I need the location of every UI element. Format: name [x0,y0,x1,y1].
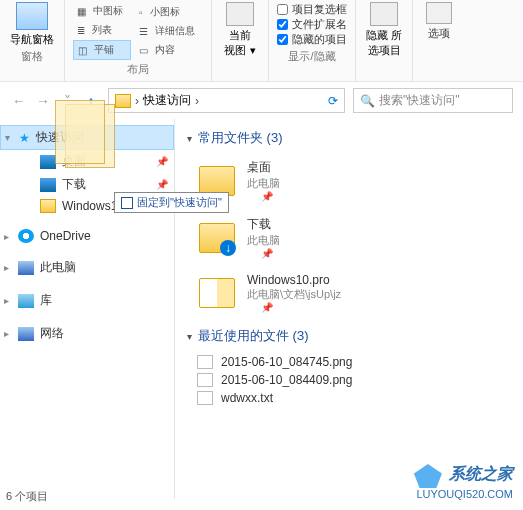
section-frequent-folders[interactable]: 常用文件夹 (3) [187,129,511,147]
refresh-button[interactable]: ⟳ [328,94,338,108]
desktop-icon [40,155,56,169]
pin-link-icon [121,197,133,209]
breadcrumb-root[interactable]: 快速访问 [143,92,191,109]
ribbon-group-hide-selected: 隐藏 所选项目 [356,0,413,81]
pc-icon [18,261,34,275]
downloads-icon [40,178,56,192]
status-bar: 6 个项目 [6,489,48,504]
breadcrumb-folder-icon [115,94,131,108]
nav-history-button[interactable]: ˅ [58,92,76,110]
hide-selected-icon [370,2,398,26]
nav-pane-button[interactable]: 导航窗格 [8,2,56,47]
chevron-right-icon: ▸ [4,295,9,306]
folder-item-desktop[interactable]: 桌面 此电脑 📌 [187,155,511,212]
nav-pane-icon [16,2,48,30]
search-placeholder: 搜索"快速访问" [379,92,460,109]
check-hidden-items[interactable]: 隐藏的项目 [277,32,347,47]
sidebar-item-onedrive[interactable]: ▸ OneDrive [0,226,174,246]
layout-list[interactable]: ≣ 列表 [73,21,131,39]
folder-icon [199,166,235,196]
breadcrumb[interactable]: › 快速访问 › ⟳ [108,88,345,113]
nav-pane-label: 导航窗格 [10,33,54,45]
current-view-icon [226,2,254,26]
check-item-checkboxes[interactable]: 项目复选框 [277,2,347,17]
options-button[interactable]: 选项 [421,2,457,41]
sidebar: ▾ ★ 快速访问 桌面📌 下载📌 Windows10.pro📌 ▸ OneDri… [0,119,175,499]
image-file-icon [197,373,213,387]
sidebar-item-quick-access[interactable]: ▾ ★ 快速访问 [0,125,174,150]
nav-back-button[interactable]: ← [10,92,28,110]
layout-tile[interactable]: ◫ 平铺 [73,40,131,60]
quick-access-icon: ★ [19,131,30,145]
pin-icon: 📌 [156,156,168,167]
pin-icon: 📌 [156,179,168,190]
nav-up-button[interactable]: ↑ [82,92,100,110]
ribbon-group-options: 选项 [413,0,465,81]
search-input[interactable]: 🔍 搜索"快速访问" [353,88,513,113]
ribbon-group-layout: ▦ 中图标 ≣ 列表 ◫ 平铺 ▫ 小图标 ☰ 详细信息 ▭ 内容 布局 [65,0,212,81]
pin-icon: 📌 [261,302,341,313]
check-file-extensions[interactable]: 文件扩展名 [277,17,347,32]
layout-mid-icons[interactable]: ▦ 中图标 [73,2,131,20]
folder-icon [40,199,56,213]
ribbon-group-current-view: 当前视图 ▾ [212,0,269,81]
content-area: 常用文件夹 (3) 桌面 此电脑 📌 下载 此电脑 📌 Windows10.pr… [175,119,523,499]
network-icon [18,327,34,341]
group-title-showhide: 显示/隐藏 [277,49,347,64]
address-bar-row: ← → ˅ ↑ › 快速访问 › ⟳ 🔍 搜索"快速访问" [0,82,523,119]
sidebar-item-network[interactable]: ▸ 网络 [0,322,174,345]
chevron-right-icon: ▸ [4,262,9,273]
search-icon: 🔍 [360,94,375,108]
folder-icon [199,278,235,308]
group-title-pane: 窗格 [8,49,56,64]
chevron-right-icon: ▸ [4,231,9,242]
sidebar-item-this-pc[interactable]: ▸ 此电脑 [0,256,174,279]
layout-small-icons[interactable]: ▫ 小图标 [135,3,203,21]
group-title-layout: 布局 [73,62,203,77]
file-item[interactable]: 2015-06-10_084745.png [187,353,511,371]
ribbon-group-pane: 导航窗格 窗格 [0,0,65,81]
ribbon-group-show-hide: 项目复选框 文件扩展名 隐藏的项目 显示/隐藏 [269,0,356,81]
libraries-icon [18,294,34,308]
drag-tooltip: 固定到"快速访问" [114,192,229,213]
current-view-button[interactable]: 当前视图 ▾ [220,2,260,58]
onedrive-icon [18,229,34,243]
chevron-down-icon: ▾ [5,132,10,143]
ribbon: 导航窗格 窗格 ▦ 中图标 ≣ 列表 ◫ 平铺 ▫ 小图标 ☰ 详细信息 ▭ 内… [0,0,523,82]
image-file-icon [197,355,213,369]
sidebar-item-libraries[interactable]: ▸ 库 [0,289,174,312]
downloads-folder-icon [199,223,235,253]
text-file-icon [197,391,213,405]
chevron-right-icon: ▸ [4,328,9,339]
pin-icon: 📌 [261,191,280,202]
breadcrumb-chevron-icon: › [135,94,139,108]
folder-item-downloads[interactable]: 下载 此电脑 📌 [187,212,511,269]
section-recent-files[interactable]: 最近使用的文件 (3) [187,327,511,345]
nav-forward-button: → [34,92,52,110]
sidebar-item-desktop[interactable]: 桌面📌 [0,150,174,173]
hide-selected-button[interactable]: 隐藏 所选项目 [364,2,404,58]
pin-icon: 📌 [261,248,280,259]
file-item[interactable]: 2015-06-10_084409.png [187,371,511,389]
layout-details[interactable]: ☰ 详细信息 [135,22,203,40]
layout-content[interactable]: ▭ 内容 [135,41,203,59]
file-item[interactable]: wdwxx.txt [187,389,511,407]
folder-item-win10pro[interactable]: Windows10.pro 此电脑\文档\jsUp\jz 📌 [187,269,511,323]
